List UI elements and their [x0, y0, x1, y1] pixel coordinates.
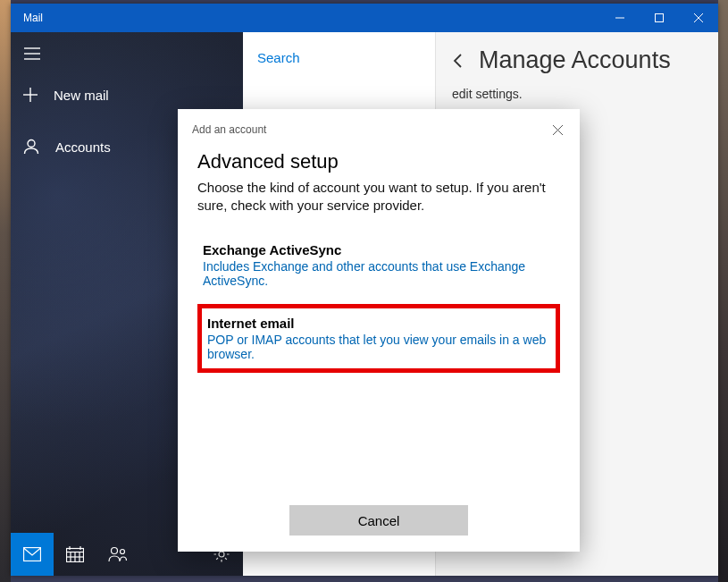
dialog-header-title: Add an account: [192, 123, 266, 136]
close-button[interactable]: [679, 4, 718, 32]
option-title: Exchange ActiveSync: [203, 242, 555, 257]
svg-point-19: [112, 548, 118, 554]
plus-icon: [23, 88, 38, 102]
accounts-label: Accounts: [55, 139, 111, 155]
minimize-button[interactable]: [600, 4, 640, 32]
search-placeholder: Search: [257, 50, 300, 65]
titlebar: Mail: [11, 4, 718, 32]
dialog-description: Choose the kind of account you want to s…: [197, 179, 560, 215]
mail-tab[interactable]: [11, 533, 54, 576]
option-exchange-activesync[interactable]: Exchange ActiveSync Includes Exchange an…: [197, 235, 560, 295]
svg-point-9: [28, 140, 35, 148]
mail-icon: [23, 547, 41, 561]
option-internet-email[interactable]: Internet email POP or IMAP accounts that…: [197, 304, 560, 373]
dialog-close-button[interactable]: [546, 118, 569, 141]
calendar-icon: [66, 546, 84, 562]
back-icon[interactable]: [452, 52, 464, 70]
option-title: Internet email: [207, 316, 550, 331]
new-mail-label: New mail: [54, 88, 109, 103]
close-icon: [553, 125, 563, 135]
person-icon: [23, 139, 39, 155]
mail-window: Mail New mai: [11, 4, 718, 576]
svg-point-21: [219, 552, 224, 557]
option-subtitle: Includes Exchange and other accounts tha…: [203, 259, 555, 288]
svg-rect-1: [656, 14, 664, 22]
people-tab[interactable]: [96, 533, 139, 576]
cancel-button[interactable]: Cancel: [289, 505, 468, 536]
dialog-title: Advanced setup: [197, 150, 560, 173]
calendar-tab[interactable]: [54, 533, 96, 576]
svg-point-20: [121, 550, 125, 554]
option-subtitle: POP or IMAP accounts that let you view y…: [207, 333, 550, 361]
app-title: Mail: [23, 12, 43, 24]
search-input[interactable]: Search: [243, 32, 435, 82]
add-account-dialog: Add an account Advanced setup Choose the…: [178, 109, 580, 552]
people-icon: [108, 546, 128, 562]
hamburger-button[interactable]: [11, 32, 54, 75]
maximize-button[interactable]: [640, 4, 679, 32]
settings-hint: edit settings.: [452, 87, 702, 101]
settings-title: Manage Accounts: [479, 46, 671, 74]
